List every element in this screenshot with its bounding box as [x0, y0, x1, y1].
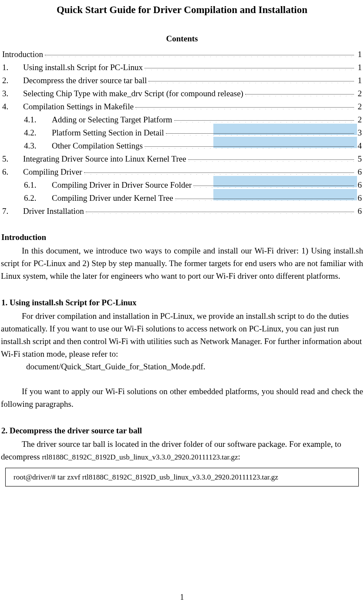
section-1-heading: 1. Using install.sh Script for PC-Linux	[1, 296, 364, 309]
toc-leader-dots: . . . . . . . . . . . . . . . . . . . . …	[166, 127, 354, 135]
toc-number: 5.	[2, 152, 23, 166]
toc-label: Compiling Driver	[23, 166, 82, 179]
toc-leader-dots: . . . . . . . . . . . . . . . . . . . . …	[174, 114, 354, 122]
toc-page: 6	[356, 205, 362, 218]
section-1-paragraph-1: For driver compilation and installation …	[0, 310, 364, 360]
toc-number: 4.	[2, 100, 23, 113]
toc-number: 2.	[2, 74, 23, 87]
toc-leader-dots: . . . . . . . . . . . . . . . . . . . . …	[86, 206, 354, 214]
toc-number: 6.2.	[24, 192, 52, 205]
toc-label: Using install.sh Script for PC-Linux	[23, 61, 143, 74]
contents-heading: Contents	[0, 34, 364, 44]
toc-entry[interactable]: 1.Using install.sh Script for PC-Linux .…	[2, 61, 362, 74]
toc-label: Compiling Driver in Driver Source Folder	[52, 179, 192, 192]
toc-page: 1	[356, 48, 362, 61]
toc-leader-dots: . . . . . . . . . . . . . . . . . . . . …	[148, 75, 354, 83]
toc-label: Other Compilation Settings	[52, 139, 143, 152]
toc-number: 6.1.	[24, 179, 52, 192]
toc-label: Compiling Driver under Kernel Tree	[52, 192, 173, 205]
toc-number: 7.	[2, 205, 23, 218]
section-2-heading: 2. Decompress the driver source tar ball	[1, 424, 364, 437]
toc-number: 6.	[2, 166, 23, 179]
toc-number: 4.1.	[24, 113, 52, 126]
toc-leader-dots: . . . . . . . . . . . . . . . . . . . . …	[145, 140, 354, 149]
toc-number: 3.	[2, 87, 23, 100]
toc-number: 4.2.	[24, 126, 52, 139]
toc-label: Platform Setting Section in Detail	[52, 126, 164, 139]
toc-entry[interactable]: 7.Driver Installation . . . . . . . . . …	[2, 205, 362, 218]
table-of-contents: Introduction . . . . . . . . . . . . . .…	[0, 48, 364, 218]
toc-leader-dots: . . . . . . . . . . . . . . . . . . . . …	[145, 62, 354, 70]
toc-entry[interactable]: 5.Integrating Driver Source into Linux K…	[2, 152, 362, 166]
toc-page: 2	[356, 87, 362, 100]
code-command: root@driver/# tar zxvf rtl8188C_8192C_81…	[13, 473, 278, 481]
toc-label: Decompress the driver source tar ball	[23, 74, 147, 87]
section-2-paragraph-1: The driver source tar ball is located in…	[0, 438, 364, 463]
toc-leader-dots: . . . . . . . . . . . . . . . . . . . . …	[193, 179, 354, 188]
toc-label: Selecting Chip Type with make_drv Script…	[23, 87, 243, 100]
page-number: 1	[0, 593, 364, 602]
toc-label: Adding or Selecting Target Platform	[52, 113, 172, 126]
toc-entry[interactable]: 6.2.Compiling Driver under Kernel Tree .…	[2, 192, 362, 205]
intro-paragraph: In this document, we introduce two ways …	[0, 244, 364, 282]
toc-page: 1	[356, 61, 362, 74]
toc-leader-dots: . . . . . . . . . . . . . . . . . . . . …	[45, 49, 354, 57]
intro-heading: Introduction	[1, 231, 364, 243]
toc-page: 5	[356, 152, 362, 166]
toc-label: Introduction	[2, 48, 43, 61]
toc-entry[interactable]: Introduction . . . . . . . . . . . . . .…	[2, 48, 362, 61]
toc-leader-dots: . . . . . . . . . . . . . . . . . . . . …	[84, 166, 354, 175]
toc-page: 1	[356, 74, 362, 87]
toc-label: Integrating Driver Source into Linux Ker…	[23, 152, 186, 166]
section-1-paragraph-2: If you want to apply our Wi-Fi solutions…	[0, 385, 364, 410]
toc-label: Compilation Settings in Makefile	[23, 100, 134, 113]
code-command-box: root@driver/# tar zxvf rtl8188C_8192C_81…	[5, 468, 359, 486]
toc-leader-dots: . . . . . . . . . . . . . . . . . . . . …	[175, 193, 354, 201]
section-1-reference: document/Quick_Start_Guide_for_Station_M…	[0, 360, 364, 373]
toc-entry[interactable]: 2.Decompress the driver source tar ball …	[2, 74, 362, 87]
toc-entry[interactable]: 3.Selecting Chip Type with make_drv Scri…	[2, 87, 362, 100]
page-title: Quick Start Guide for Driver Compilation…	[0, 4, 364, 16]
toc-entry[interactable]: 4.Compilation Settings in Makefile . . .…	[2, 100, 362, 113]
toc-label: Driver Installation	[23, 205, 84, 218]
toc-leader-dots: . . . . . . . . . . . . . . . . . . . . …	[135, 101, 354, 109]
toc-number: 1.	[2, 61, 23, 74]
section-2-paragraph-1b: :	[238, 452, 240, 461]
toc-page: 2	[356, 100, 362, 113]
toc-number: 4.3.	[24, 139, 52, 152]
toc-leader-dots: . . . . . . . . . . . . . . . . . . . . …	[188, 153, 354, 162]
toc-leader-dots: . . . . . . . . . . . . . . . . . . . . …	[245, 88, 354, 96]
toc-entry[interactable]: 4.3.Other Compilation Settings . . . . .…	[2, 139, 362, 152]
section-2-filename: rtl8188C_8192C_8192D_usb_linux_v3.3.0_29…	[42, 453, 238, 461]
